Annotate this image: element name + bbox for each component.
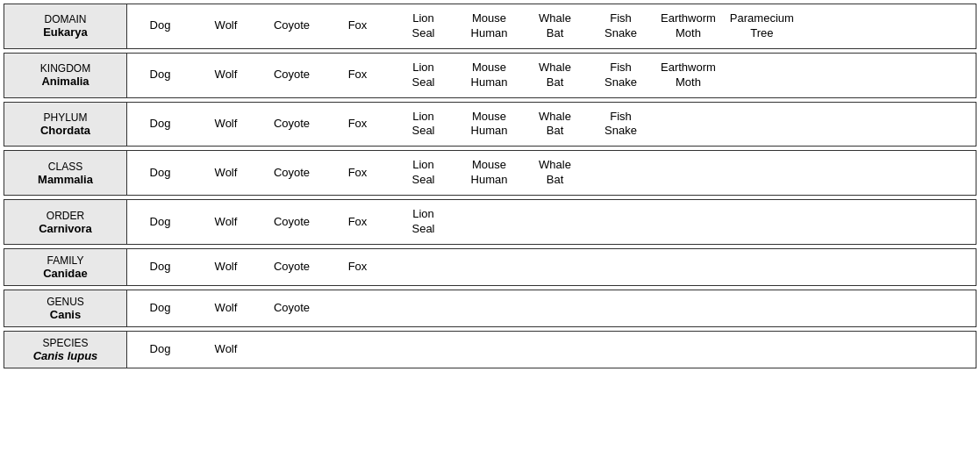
item-family-1: Wolf: [193, 256, 259, 278]
label-cell-order: ORDERCarnivora: [4, 200, 127, 244]
rank-name-species: Canis lupus: [33, 349, 98, 362]
item-phylum-3: Fox: [325, 113, 390, 135]
item-domain-7: FishSnake: [588, 8, 654, 45]
label-cell-species: SPECIESCanis lupus: [4, 332, 127, 368]
items-cell-class: DogWolfCoyoteFoxLionSealMouseHumanWhaleB…: [127, 151, 976, 195]
rank-label-order: ORDER: [46, 210, 84, 222]
label-cell-kingdom: KINGDOMAnimalia: [4, 54, 127, 97]
item-genus-1: Wolf: [193, 297, 259, 319]
item-order-0: Dog: [127, 211, 193, 233]
row-kingdom: KINGDOMAnimaliaDogWolfCoyoteFoxLionSealM…: [4, 53, 976, 98]
item-kingdom-2: Coyote: [259, 64, 325, 86]
item-species-1: Wolf: [193, 339, 259, 361]
rank-name-kingdom: Animalia: [41, 75, 89, 88]
item-class-6: WhaleBat: [522, 154, 588, 191]
item-domain-2: Coyote: [259, 15, 325, 37]
item-kingdom-5: MouseHuman: [456, 57, 522, 94]
item-domain-9: ParameciumTree: [723, 8, 801, 45]
label-cell-genus: GENUSCanis: [4, 290, 127, 326]
rank-name-phylum: Chordata: [40, 124, 90, 137]
item-kingdom-0: Dog: [127, 64, 193, 86]
item-domain-3: Fox: [325, 15, 390, 37]
taxonomy-table: DOMAINEukaryaDogWolfCoyoteFoxLionSealMou…: [4, 4, 976, 368]
item-family-2: Coyote: [259, 256, 325, 278]
item-order-2: Coyote: [259, 211, 325, 233]
item-kingdom-8: EarthwormMoth: [654, 57, 723, 94]
row-family: FAMILYCanidaeDogWolfCoyoteFox: [4, 248, 976, 286]
label-cell-domain: DOMAINEukarya: [4, 4, 127, 48]
item-domain-1: Wolf: [193, 15, 259, 37]
item-phylum-4: LionSeal: [390, 106, 456, 143]
item-phylum-5: MouseHuman: [456, 106, 522, 143]
item-domain-8: EarthwormMoth: [654, 8, 723, 45]
row-class: CLASSMammaliaDogWolfCoyoteFoxLionSealMou…: [4, 150, 976, 196]
items-cell-kingdom: DogWolfCoyoteFoxLionSealMouseHumanWhaleB…: [127, 54, 976, 97]
items-cell-order: DogWolfCoyoteFoxLionSeal: [127, 200, 976, 244]
item-kingdom-1: Wolf: [193, 64, 259, 86]
rank-label-species: SPECIES: [42, 337, 88, 349]
item-domain-5: MouseHuman: [456, 8, 522, 45]
item-family-0: Dog: [127, 256, 193, 278]
item-class-4: LionSeal: [390, 154, 456, 191]
item-class-3: Fox: [325, 162, 390, 184]
item-kingdom-4: LionSeal: [390, 57, 456, 94]
label-cell-family: FAMILYCanidae: [4, 249, 127, 285]
items-cell-domain: DogWolfCoyoteFoxLionSealMouseHumanWhaleB…: [127, 4, 976, 48]
item-class-2: Coyote: [259, 162, 325, 184]
item-class-0: Dog: [127, 162, 193, 184]
rank-label-phylum: PHYLUM: [43, 111, 87, 124]
item-order-1: Wolf: [193, 211, 259, 233]
rank-label-class: CLASS: [48, 161, 82, 173]
item-order-3: Fox: [325, 211, 390, 233]
item-kingdom-3: Fox: [325, 64, 390, 86]
item-class-5: MouseHuman: [456, 154, 522, 191]
rank-name-domain: Eukarya: [43, 25, 88, 39]
item-species-0: Dog: [127, 339, 193, 361]
item-domain-6: WhaleBat: [522, 8, 588, 45]
item-family-3: Fox: [325, 256, 390, 278]
rank-name-class: Mammalia: [38, 173, 93, 186]
items-cell-phylum: DogWolfCoyoteFoxLionSealMouseHumanWhaleB…: [127, 103, 976, 147]
rank-label-family: FAMILY: [47, 254, 84, 267]
row-species: SPECIESCanis lupusDogWolf: [4, 331, 976, 368]
item-domain-0: Dog: [127, 15, 193, 37]
label-cell-phylum: PHYLUMChordata: [4, 103, 127, 147]
item-phylum-7: FishSnake: [588, 106, 654, 143]
row-phylum: PHYLUMChordataDogWolfCoyoteFoxLionSealMo…: [4, 102, 976, 147]
rank-label-kingdom: KINGDOM: [40, 62, 90, 75]
item-kingdom-6: WhaleBat: [522, 57, 588, 94]
item-genus-2: Coyote: [259, 297, 325, 319]
rank-label-genus: GENUS: [46, 296, 84, 308]
item-order-4: LionSeal: [390, 204, 456, 240]
item-phylum-1: Wolf: [193, 113, 259, 135]
label-cell-class: CLASSMammalia: [4, 151, 127, 195]
row-order: ORDERCarnivoraDogWolfCoyoteFoxLionSeal: [4, 199, 976, 245]
rank-name-family: Canidae: [43, 267, 88, 280]
item-kingdom-7: FishSnake: [588, 57, 654, 94]
row-domain: DOMAINEukaryaDogWolfCoyoteFoxLionSealMou…: [4, 4, 976, 49]
row-genus: GENUSCanisDogWolfCoyote: [4, 290, 976, 327]
item-phylum-2: Coyote: [259, 113, 325, 135]
items-cell-genus: DogWolfCoyote: [127, 290, 976, 326]
item-phylum-0: Dog: [127, 113, 193, 135]
rank-name-order: Carnivora: [39, 222, 92, 235]
item-class-1: Wolf: [193, 162, 259, 184]
rank-name-genus: Canis: [50, 308, 81, 321]
item-domain-4: LionSeal: [390, 8, 456, 45]
items-cell-family: DogWolfCoyoteFox: [127, 249, 976, 285]
item-genus-0: Dog: [127, 297, 193, 319]
rank-label-domain: DOMAIN: [45, 13, 87, 25]
item-phylum-6: WhaleBat: [522, 106, 588, 143]
items-cell-species: DogWolf: [127, 332, 976, 368]
